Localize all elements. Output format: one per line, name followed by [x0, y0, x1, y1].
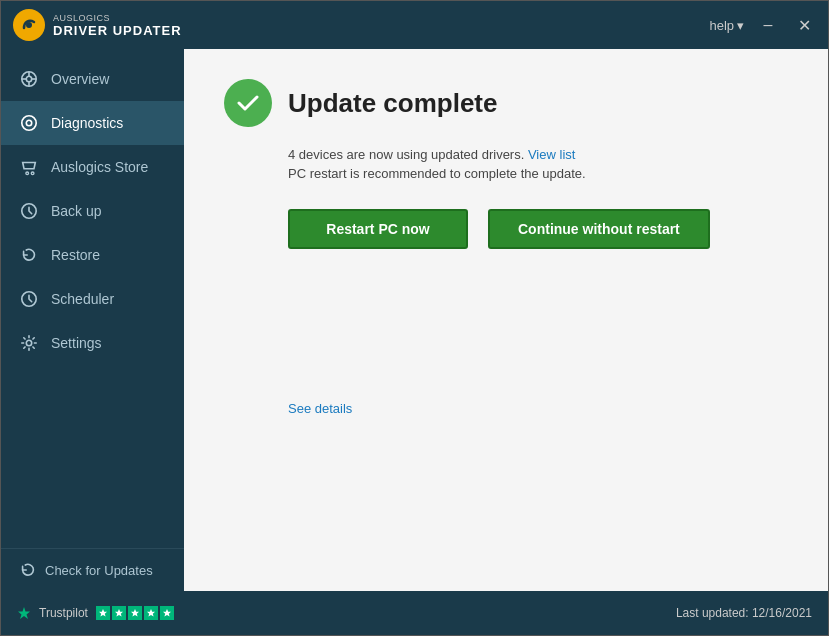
window-controls: help ▾ – ✕ — [709, 13, 816, 37]
continue-button[interactable]: Continue without restart — [488, 209, 710, 249]
see-details: See details — [288, 399, 788, 417]
sidebar-item-overview[interactable]: Overview — [1, 57, 184, 101]
sidebar-item-auslogics-store[interactable]: Auslogics Store — [1, 145, 184, 189]
scheduler-icon — [19, 289, 39, 309]
svg-point-14 — [26, 340, 31, 345]
info-line1: 4 devices are now using updated drivers.… — [288, 147, 788, 162]
sidebar-item-diagnostics-label: Diagnostics — [51, 115, 123, 131]
logo-text: Auslogics DRIVER UPDATER — [53, 13, 182, 38]
backup-icon — [19, 201, 39, 221]
see-details-link[interactable]: See details — [288, 401, 352, 416]
logo-bottom: DRIVER UPDATER — [53, 23, 182, 38]
svg-marker-20 — [163, 609, 171, 617]
main-body: Overview Diagnostics — [1, 49, 828, 591]
trustpilot-star-logo — [17, 606, 31, 620]
sidebar-item-backup[interactable]: Back up — [1, 189, 184, 233]
action-buttons: Restart PC now Continue without restart — [288, 209, 788, 249]
nav-items: Overview Diagnostics — [1, 49, 184, 548]
restart-button[interactable]: Restart PC now — [288, 209, 468, 249]
sidebar-item-restore[interactable]: Restore — [1, 233, 184, 277]
minimize-button[interactable]: – — [756, 13, 780, 37]
sidebar-item-scheduler-label: Scheduler — [51, 291, 114, 307]
logo-icon — [13, 9, 45, 41]
update-info: 4 devices are now using updated drivers.… — [288, 147, 788, 181]
update-title: Update complete — [288, 88, 498, 119]
svg-marker-16 — [99, 609, 107, 617]
svg-point-10 — [26, 172, 29, 175]
svg-marker-17 — [115, 609, 123, 617]
info-line2: PC restart is recommended to complete th… — [288, 166, 788, 181]
trustpilot-stars — [96, 606, 174, 620]
svg-marker-19 — [147, 609, 155, 617]
svg-point-11 — [31, 172, 34, 175]
svg-point-8 — [22, 116, 36, 130]
sidebar-bottom: Check for Updates — [1, 548, 184, 591]
sidebar-item-diagnostics[interactable]: Diagnostics — [1, 101, 184, 145]
diagnostics-icon — [19, 113, 39, 133]
trustpilot-label: Trustpilot — [39, 606, 88, 620]
overview-icon — [19, 69, 39, 89]
sidebar-item-restore-label: Restore — [51, 247, 100, 263]
restore-icon — [19, 245, 39, 265]
svg-marker-15 — [18, 607, 30, 619]
success-icon — [224, 79, 272, 127]
check-updates-button[interactable]: Check for Updates — [19, 561, 166, 579]
content-area: Update complete 4 devices are now using … — [184, 49, 828, 591]
svg-point-1 — [26, 22, 32, 28]
sidebar-item-overview-label: Overview — [51, 71, 109, 87]
refresh-icon — [19, 561, 37, 579]
last-updated: Last updated: 12/16/2021 — [676, 606, 812, 620]
settings-icon — [19, 333, 39, 353]
sidebar-item-settings-label: Settings — [51, 335, 102, 351]
svg-point-3 — [26, 76, 31, 81]
sidebar-item-settings[interactable]: Settings — [1, 321, 184, 365]
app-window: Auslogics DRIVER UPDATER help ▾ – ✕ — [0, 0, 829, 636]
svg-point-9 — [26, 120, 31, 125]
app-logo: Auslogics DRIVER UPDATER — [13, 9, 709, 41]
sidebar-item-backup-label: Back up — [51, 203, 102, 219]
content-main: Update complete 4 devices are now using … — [184, 49, 828, 591]
footer: Trustpilot Last updated: 12/16/2021 — [1, 591, 828, 635]
sidebar-item-store-label: Auslogics Store — [51, 159, 148, 175]
sidebar: Overview Diagnostics — [1, 49, 184, 591]
help-button[interactable]: help ▾ — [709, 18, 744, 33]
title-bar: Auslogics DRIVER UPDATER help ▾ – ✕ — [1, 1, 828, 49]
logo-top: Auslogics — [53, 13, 182, 23]
view-list-link[interactable]: View list — [528, 147, 575, 162]
trustpilot: Trustpilot — [17, 606, 174, 620]
close-button[interactable]: ✕ — [792, 13, 816, 37]
update-header: Update complete — [224, 79, 788, 127]
store-icon — [19, 157, 39, 177]
svg-marker-18 — [131, 609, 139, 617]
sidebar-item-scheduler[interactable]: Scheduler — [1, 277, 184, 321]
